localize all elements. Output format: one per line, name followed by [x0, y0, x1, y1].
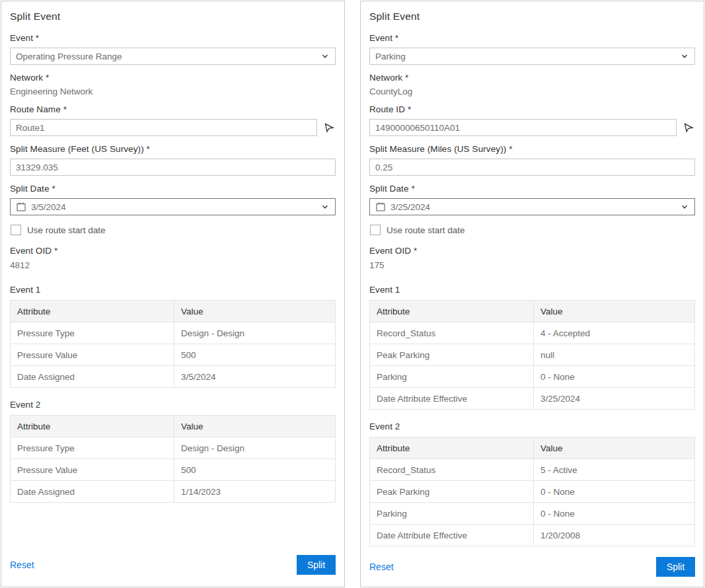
event-select-value: Operating Pressure Range: [16, 52, 316, 61]
table-row: Record_Status 4 - Accepted: [370, 322, 695, 344]
event1-table: Attribute Value Record_Status 4 - Accept…: [369, 300, 695, 410]
table-row: Pressure Type Design - Design: [11, 437, 336, 459]
split-button[interactable]: Split: [297, 555, 336, 575]
event-select[interactable]: Operating Pressure Range: [10, 48, 336, 65]
route-label: Route ID *: [369, 104, 695, 114]
map-pointer-icon: [323, 122, 335, 133]
split-event-panel-left: Split Event Event * Operating Pressure R…: [1, 1, 345, 587]
page-title: Split Event: [369, 11, 695, 22]
date-label: Split Date *: [10, 184, 336, 194]
attribute-column-header: Attribute: [370, 437, 534, 459]
calendar-icon: [375, 202, 386, 212]
value-cell: 1/20/2008: [533, 525, 694, 546]
use-route-start-date-checkbox[interactable]: [11, 225, 21, 235]
table-row: Parking 0 - None: [370, 366, 695, 388]
panel-footer: Reset Split: [10, 555, 336, 575]
value-cell: 500: [174, 459, 335, 481]
event-label: Event *: [369, 33, 695, 43]
event1-section-title: Event 1: [369, 285, 695, 295]
event1-section-title: Event 1: [10, 285, 336, 295]
measure-input[interactable]: [369, 159, 695, 176]
network-value: CountyLog: [369, 87, 695, 96]
table-row: Pressure Value 500: [11, 344, 336, 366]
value-cell: Design - Design: [174, 437, 335, 459]
table-row: Date Attribute Effective 1/20/2008: [370, 525, 695, 546]
date-value: 3/5/2024: [31, 202, 316, 212]
attribute-cell: Parking: [370, 366, 534, 388]
table-header-row: Attribute Value: [11, 301, 336, 322]
value-column-header: Value: [174, 416, 335, 437]
pick-route-button[interactable]: [322, 120, 336, 135]
date-field: Split Date * 3/5/2024: [10, 184, 336, 215]
measure-field: Split Measure (Miles (US Survey)) *: [369, 144, 695, 176]
attribute-cell: Pressure Value: [11, 459, 174, 481]
table-row: Date Assigned 1/14/2023: [11, 481, 336, 503]
use-route-start-date-row: Use route start date: [11, 225, 336, 235]
network-value: Engineering Network: [10, 87, 336, 96]
value-cell: null: [533, 344, 694, 366]
event2-section-title: Event 2: [10, 400, 336, 410]
attribute-cell: Date Assigned: [11, 481, 174, 503]
use-route-start-date-row: Use route start date: [370, 225, 695, 235]
reset-button[interactable]: Reset: [10, 560, 34, 570]
value-cell: 0 - None: [533, 366, 694, 388]
table-row: Peak Parking null: [370, 344, 695, 366]
event2-table: Attribute Value Pressure Type Design - D…: [10, 415, 336, 503]
table-header-row: Attribute Value: [370, 437, 695, 459]
table-row: Parking 0 - None: [370, 503, 695, 525]
event-select[interactable]: Parking: [369, 48, 695, 65]
chevron-down-icon: [320, 52, 330, 61]
attribute-cell: Date Attribute Effective: [370, 388, 534, 410]
network-field: Network * Engineering Network: [10, 73, 336, 96]
table-row: Date Attribute Effective 3/25/2024: [370, 388, 695, 410]
table-row: Date Assigned 3/5/2024: [11, 366, 336, 388]
split-event-panels: Split Event Event * Operating Pressure R…: [0, 0, 705, 587]
date-field: Split Date * 3/25/2024: [369, 184, 695, 215]
reset-button[interactable]: Reset: [369, 562, 394, 572]
event-oid-value: 4812: [10, 260, 336, 270]
date-label: Split Date *: [369, 184, 695, 194]
event-oid-label: Event OID *: [10, 246, 336, 256]
split-button[interactable]: Split: [656, 557, 695, 577]
chevron-down-icon: [680, 202, 689, 211]
table-row: Pressure Value 500: [11, 459, 336, 481]
table-row: Pressure Type Design - Design: [11, 322, 336, 344]
chevron-down-icon: [320, 202, 330, 211]
event-field: Event * Operating Pressure Range: [10, 33, 336, 65]
date-picker[interactable]: 3/25/2024: [369, 198, 695, 215]
event2-section-title: Event 2: [369, 422, 695, 431]
attribute-cell: Peak Parking: [370, 344, 534, 366]
use-route-start-date-checkbox[interactable]: [370, 225, 381, 235]
event1-table: Attribute Value Pressure Type Design - D…: [10, 300, 336, 388]
measure-label: Split Measure (Feet (US Survey)) *: [10, 144, 336, 154]
route-input[interactable]: [369, 119, 677, 136]
attribute-column-header: Attribute: [11, 416, 174, 437]
measure-input[interactable]: [10, 159, 336, 176]
attribute-cell: Pressure Value: [11, 344, 174, 366]
attribute-cell: Record_Status: [370, 322, 534, 344]
value-cell: 0 - None: [533, 503, 694, 525]
value-column-header: Value: [174, 301, 335, 322]
event-select-value: Parking: [375, 52, 675, 61]
map-pointer-icon: [683, 122, 694, 133]
network-label: Network *: [10, 73, 336, 83]
use-route-start-date-label: Use route start date: [387, 225, 465, 235]
value-cell: 500: [174, 344, 335, 366]
table-row: Peak Parking 0 - None: [370, 481, 695, 503]
date-value: 3/25/2024: [390, 202, 675, 212]
date-picker[interactable]: 3/5/2024: [10, 198, 336, 215]
route-input[interactable]: [10, 119, 317, 136]
attribute-column-header: Attribute: [11, 301, 174, 322]
value-cell: 3/25/2024: [533, 388, 694, 410]
event-field: Event * Parking: [369, 33, 695, 65]
pick-route-button[interactable]: [681, 120, 695, 135]
use-route-start-date-label: Use route start date: [27, 225, 106, 235]
event-oid-field: Event OID * 4812: [10, 246, 336, 270]
value-column-header: Value: [533, 301, 694, 322]
measure-field: Split Measure (Feet (US Survey)) *: [10, 144, 336, 176]
event-oid-label: Event OID *: [369, 246, 695, 256]
table-row: Record_Status 5 - Active: [370, 459, 695, 481]
attribute-column-header: Attribute: [370, 301, 534, 322]
network-label: Network *: [369, 73, 695, 83]
value-cell: 0 - None: [533, 481, 694, 503]
